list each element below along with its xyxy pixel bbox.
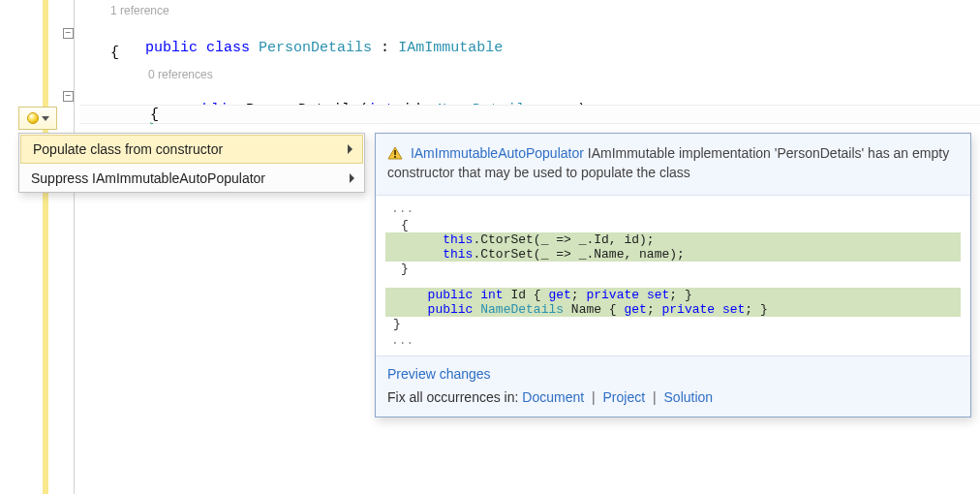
kw: set — [715, 302, 745, 317]
chevron-right-icon — [348, 144, 352, 154]
collapse-toggle[interactable]: − — [63, 91, 74, 102]
added-line: this.CtorSet(_ => _.Name, name); — [385, 247, 961, 262]
brace: { — [110, 45, 119, 61]
brace: { — [150, 107, 159, 123]
lightbulb-icon — [27, 112, 39, 124]
code-line: public class PersonDetails : IAmImmutabl… — [110, 23, 503, 73]
text: ; } — [669, 288, 691, 302]
current-line — [79, 105, 980, 124]
fix-project-link[interactable]: Project — [603, 389, 646, 405]
code-editor: − − 1 reference public class PersonDetai… — [0, 0, 980, 494]
keyword: class — [206, 40, 250, 56]
lightbulb-button[interactable] — [18, 107, 57, 130]
text: .CtorSet(_ => _.Name, name); — [473, 247, 684, 262]
spacer — [385, 276, 961, 288]
text: ; — [647, 302, 662, 317]
chevron-right-icon — [350, 173, 354, 183]
preview-changes-link[interactable]: Preview changes — [387, 366, 491, 382]
preview-header: IAmImmutableAutoPopulator IAmImmutable i… — [376, 134, 970, 196]
warning-icon — [387, 146, 403, 160]
kw: get — [624, 302, 646, 317]
kw: this — [413, 247, 473, 262]
separator: | — [592, 389, 596, 405]
kw: set — [639, 288, 669, 302]
kw: private — [586, 288, 639, 302]
fix-solution-link[interactable]: Solution — [664, 389, 714, 405]
kw: private — [661, 302, 715, 317]
text: Id { — [504, 288, 549, 302]
text: ; — [571, 288, 587, 302]
preview-diff: ... { this.CtorSet(_ => _.Id, id); this.… — [376, 196, 970, 355]
text: Name { — [564, 302, 624, 317]
codelens-references[interactable]: 0 references — [148, 68, 213, 81]
analyzer-id-link[interactable]: IAmImmutableAutoPopulator — [411, 145, 584, 161]
svg-rect-1 — [394, 150, 396, 155]
menu-item-suppress[interactable]: Suppress IAmImmutableAutoPopulator — [19, 165, 364, 192]
menu-item-populate[interactable]: Populate class from constructor — [20, 135, 363, 164]
collapse-toggle[interactable]: − — [63, 28, 74, 39]
text: .CtorSet(_ => _.Id, id); — [473, 232, 654, 247]
menu-item-label: Populate class from constructor — [33, 141, 223, 157]
kw: this — [413, 232, 473, 247]
svg-rect-2 — [394, 156, 396, 158]
added-line: public NameDetails Name { get; private s… — [385, 302, 961, 317]
context-line: } — [385, 317, 961, 331]
punct: : — [372, 40, 398, 56]
kw: public — [413, 302, 473, 317]
kw: public — [413, 288, 473, 302]
separator: | — [653, 389, 657, 405]
change-gutter — [43, 0, 48, 494]
type-name: PersonDetails — [259, 40, 372, 56]
quickfix-menu: Populate class from constructor Suppress… — [18, 133, 365, 193]
ellipsis: ... — [385, 200, 961, 218]
preview-panel: IAmImmutableAutoPopulator IAmImmutable i… — [375, 133, 971, 417]
added-line: this.CtorSet(_ => _.Id, id); — [385, 232, 961, 247]
outline-guide — [74, 0, 75, 494]
keyword: public — [145, 40, 198, 56]
brace-squiggle: { — [150, 107, 159, 123]
fix-document-link[interactable]: Document — [522, 389, 584, 405]
fix-all-label: Fix all occurrences in: — [387, 389, 522, 405]
ellipsis: ... — [385, 331, 961, 350]
menu-item-label: Suppress IAmImmutableAutoPopulator — [31, 170, 265, 186]
codelens-references[interactable]: 1 reference — [110, 4, 169, 17]
text: ; } — [745, 302, 767, 317]
chevron-down-icon — [42, 116, 49, 121]
added-line: public int Id { get; private set; } — [385, 288, 961, 302]
type-name: IAmImmutable — [398, 40, 503, 56]
context-line: { — [385, 218, 961, 232]
type: NameDetails — [473, 302, 564, 317]
kw: get — [548, 288, 570, 302]
context-line: } — [385, 262, 961, 276]
preview-footer: Preview changes Fix all occurrences in: … — [376, 355, 970, 417]
kw: int — [473, 288, 503, 302]
